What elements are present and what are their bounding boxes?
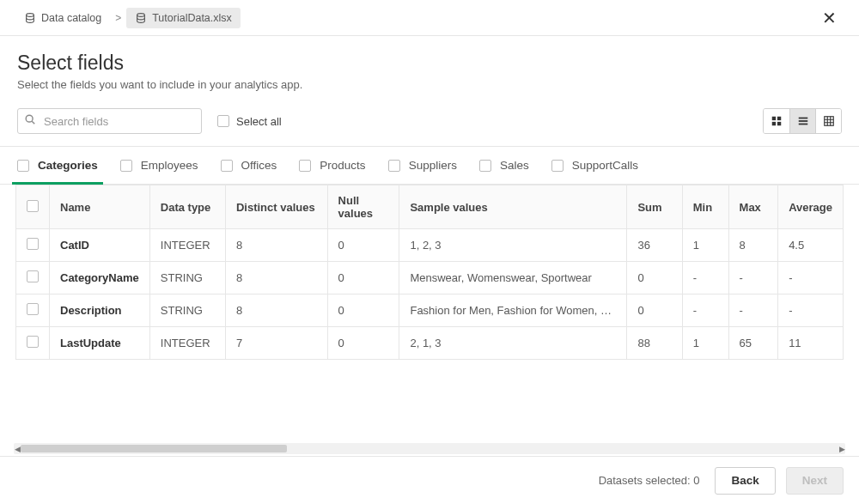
col-min[interactable]: Min (682, 185, 728, 229)
cell-avg: - (778, 262, 844, 295)
tab-checkbox[interactable] (388, 160, 400, 172)
cell-name: Description (50, 295, 150, 327)
svg-point-0 (27, 13, 34, 16)
tab-label: Sales (500, 159, 529, 172)
controls-row: Select all (0, 96, 859, 147)
cell-min: 1 (682, 327, 728, 360)
cell-name: CategoryName (50, 262, 150, 295)
breadcrumb-file[interactable]: TutorialData.xlsx (126, 8, 241, 28)
svg-rect-7 (777, 122, 781, 125)
col-max[interactable]: Max (728, 185, 778, 229)
table-header-row: Name Data type Distinct values Null valu… (16, 185, 844, 229)
scrollbar-thumb[interactable] (21, 445, 287, 452)
close-icon[interactable]: ✕ (815, 4, 844, 32)
search-input[interactable] (17, 108, 202, 134)
tab-checkbox[interactable] (551, 160, 564, 172)
search-wrap (17, 108, 202, 134)
cell-data-type: STRING (149, 295, 225, 327)
cell-sum: 0 (627, 262, 682, 295)
breadcrumb-root[interactable]: Data catalog (15, 8, 110, 28)
tab-products[interactable]: Products (299, 147, 365, 184)
cell-sum: 36 (627, 229, 682, 262)
tab-label: Suppliers (409, 159, 457, 172)
svg-line-3 (32, 121, 34, 124)
row-checkbox[interactable] (16, 229, 50, 262)
cell-avg: 4.5 (778, 229, 844, 262)
tab-checkbox[interactable] (479, 160, 491, 172)
cell-null: 0 (327, 327, 399, 360)
row-checkbox[interactable] (16, 295, 50, 327)
svg-rect-6 (772, 122, 776, 125)
tab-label: Categories (38, 159, 98, 172)
fields-table: Name Data type Distinct values Null valu… (15, 185, 844, 360)
cell-max: 8 (728, 229, 778, 262)
table-row[interactable]: CategoryNameSTRING80Menswear, Womenswear… (16, 262, 844, 295)
cell-sample: Fashion for Men, Fashion for Women, Spor… (399, 295, 627, 327)
svg-rect-11 (824, 117, 833, 126)
cell-distinct: 8 (225, 229, 327, 262)
cell-distinct: 8 (225, 295, 327, 327)
tab-checkbox[interactable] (299, 160, 311, 172)
svg-rect-10 (798, 124, 807, 125)
cell-sum: 0 (627, 295, 682, 327)
tab-checkbox[interactable] (120, 160, 132, 172)
tab-sales[interactable]: Sales (479, 147, 529, 184)
table-row[interactable]: DescriptionSTRING80Fashion for Men, Fash… (16, 295, 844, 327)
cell-null: 0 (327, 229, 399, 262)
next-button[interactable]: Next (786, 467, 844, 495)
table-row[interactable]: LastUpdateINTEGER702, 1, 38816511 (16, 327, 844, 360)
col-sum[interactable]: Sum (627, 185, 682, 229)
horizontal-scrollbar[interactable]: ◀ ▶ (14, 443, 845, 454)
search-icon (24, 113, 36, 129)
cell-min: 1 (682, 229, 728, 262)
catalog-icon (24, 12, 36, 24)
tab-checkbox[interactable] (221, 160, 233, 172)
tab-categories[interactable]: Categories (17, 147, 98, 184)
tab-supportcalls[interactable]: SupportCalls (551, 147, 638, 184)
col-name[interactable]: Name (50, 185, 150, 229)
select-all-checkbox[interactable] (217, 115, 229, 127)
col-null[interactable]: Null values (327, 185, 399, 229)
cell-name: LastUpdate (50, 327, 150, 360)
table-row[interactable]: CatIDINTEGER801, 2, 336184.5 (16, 229, 844, 262)
view-toggle (763, 108, 842, 134)
col-checkbox[interactable] (16, 185, 50, 229)
cell-distinct: 7 (225, 327, 327, 360)
select-all[interactable]: Select all (217, 115, 282, 128)
tab-checkbox[interactable] (17, 160, 29, 172)
page-title: Select fields (17, 52, 842, 75)
view-list-button[interactable] (789, 109, 815, 133)
row-checkbox[interactable] (16, 327, 50, 360)
col-data-type[interactable]: Data type (149, 185, 225, 229)
tab-suppliers[interactable]: Suppliers (388, 147, 457, 184)
col-distinct[interactable]: Distinct values (225, 185, 327, 229)
cell-avg: - (778, 295, 844, 327)
tabs-row: Categories Employees Offices Products Su… (0, 147, 859, 185)
cell-sample: 1, 2, 3 (399, 229, 627, 262)
svg-point-2 (26, 115, 33, 122)
cell-max: - (728, 295, 778, 327)
view-grid-button[interactable] (764, 109, 789, 133)
page-header: Select fields Select the fields you want… (0, 36, 859, 96)
cell-null: 0 (327, 262, 399, 295)
cell-null: 0 (327, 295, 399, 327)
table-wrap: Name Data type Distinct values Null valu… (0, 185, 859, 360)
datasets-selected: Datasets selected: 0 (599, 474, 700, 487)
cell-data-type: INTEGER (149, 229, 225, 262)
svg-rect-5 (777, 117, 781, 120)
row-checkbox[interactable] (16, 262, 50, 295)
col-avg[interactable]: Average (778, 185, 844, 229)
breadcrumb-file-label: TutorialData.xlsx (152, 12, 232, 24)
tab-employees[interactable]: Employees (120, 147, 198, 184)
back-button[interactable]: Back (715, 467, 775, 495)
svg-rect-8 (798, 118, 807, 119)
breadcrumb-root-label: Data catalog (41, 12, 101, 24)
col-sample[interactable]: Sample values (399, 185, 627, 229)
view-table-button[interactable] (815, 109, 841, 133)
scroll-right-icon[interactable]: ▶ (837, 443, 847, 454)
select-all-label: Select all (236, 115, 282, 128)
tab-offices[interactable]: Offices (221, 147, 277, 184)
svg-rect-9 (798, 120, 807, 122)
cell-name: CatID (50, 229, 150, 262)
cell-min: - (682, 295, 728, 327)
